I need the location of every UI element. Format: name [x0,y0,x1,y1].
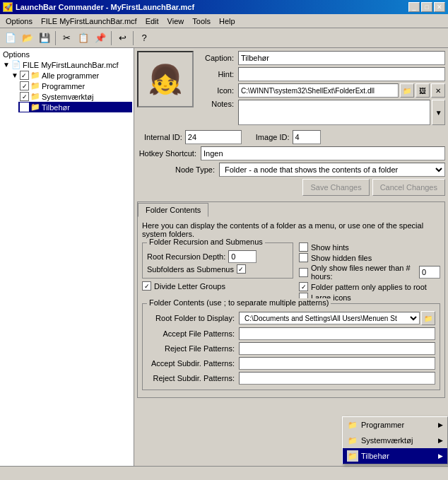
new-button[interactable]: 📄 [3,30,18,46]
show-hidden-checkbox[interactable] [299,253,308,262]
open-button[interactable]: 📂 [20,30,35,46]
root-recursion-label: Root Recursion Depth: [147,252,225,261]
icon-input[interactable] [238,83,399,98]
notes-scroll-btn[interactable]: ▼ [432,100,445,125]
icon-browse-btn-2[interactable]: 🖼 [415,83,430,98]
only-newer-row: Only show files newer than # hours: [299,264,440,281]
image-id-input[interactable] [293,130,321,144]
tab-header: Folder Contents [138,202,444,217]
properties-area: 👧 Caption: Hint: Icon: [134,48,448,201]
hotkey-input[interactable] [201,146,445,160]
accept-file-label: Accept File Patterns: [147,329,239,338]
only-newer-input[interactable] [419,266,440,279]
internal-id-input[interactable] [185,130,242,144]
recursion-group-title: Folder Recursion and Submenus [147,238,265,246]
caption-input[interactable] [238,51,445,65]
accept-subdir-label: Accept Subdir. Patterns: [147,359,239,368]
toolbar: 📄 📂 💾 ✂ 📋 📌 ↩ ? [0,28,448,48]
tab-folder-contents[interactable]: Folder Contents [138,203,208,217]
folder-pattern-label: Folder pattern only applies to root [311,283,427,291]
divide-label: Divide Letter Groups [154,282,225,291]
tree-item-tilbehor[interactable]: 📁 Tilbehør [18,102,132,112]
icon-field-label: Icon: [199,86,238,95]
accept-file-row: Accept File Patterns: [147,327,435,340]
copy-button[interactable]: 📋 [76,30,91,46]
tree-label-tilbehor: Tilbehør [42,103,70,112]
ctx-arrow-programmer: ▶ [438,421,443,428]
root-folder-browse[interactable]: 📁 [421,311,435,325]
icon-browse-btn-1[interactable]: 📁 [400,83,414,98]
reject-file-row: Reject File Patterns: [147,342,435,355]
checkbox-programmer[interactable] [20,81,29,90]
menu-tools[interactable]: Tools [188,16,215,27]
node-type-select[interactable]: Folder - a node that shows the contents … [219,163,445,177]
tree-item-systemvaerktoj[interactable]: 📁 Systemværktøj [18,91,132,102]
ctx-icon-tilbehor: 📁 [347,450,358,462]
reject-subdir-input[interactable] [239,372,435,385]
accept-subdir-input[interactable] [239,357,435,370]
divide-checkbox[interactable] [142,281,151,291]
paste-button[interactable]: 📌 [93,30,108,46]
ctx-icon-systemvaerktoj: 📁 [347,435,358,446]
only-newer-checkbox[interactable] [299,268,308,277]
cut-button[interactable]: ✂ [59,30,74,46]
menu-help[interactable]: Help [215,16,240,27]
subfolders-checkbox[interactable] [237,264,246,274]
root-recursion-input[interactable] [228,250,257,263]
menu-view[interactable]: View [163,16,189,27]
reject-subdir-wrap [239,372,435,385]
ctx-item-programmer[interactable]: 📁 Programmer ▶ [343,417,447,433]
show-hints-checkbox[interactable] [299,242,308,252]
toolbar-separator-3 [133,31,134,45]
undo-button[interactable]: ↩ [114,30,130,46]
avatar-icon: 👧 [148,63,183,96]
ctx-item-tilbehor[interactable]: 📁 Tilbehør ▶ [343,448,447,464]
show-hidden-label: Show hidden files [311,254,372,262]
checkbox-alle[interactable] [20,71,29,80]
save-toolbar-button[interactable]: 💾 [37,30,52,46]
checkbox-systemvaerktoj[interactable] [20,92,29,101]
folder-pattern-checkbox[interactable] [299,282,308,291]
folder-pattern-row: Folder pattern only applies to root [299,282,440,291]
hint-row: Hint: [199,67,445,81]
reject-file-wrap [239,342,435,355]
notes-input[interactable] [238,100,430,125]
help-button[interactable]: ? [136,30,152,46]
ctx-item-systemvaerktoj[interactable]: 📁 Systemværktøj ▶ [343,433,447,448]
tab-description: Here you can display the contents of a f… [142,221,440,238]
tree-label-alle: Alle programmer [42,71,99,80]
checkbox-tilbehor[interactable] [20,103,29,112]
minimize-button[interactable]: _ [408,2,420,12]
menu-file[interactable]: FILE MyFirstLaunchBar.mcf [37,16,141,27]
tree-item-options[interactable]: Options [1,49,132,59]
root-folder-select[interactable]: C:\Documents and Settings\All Users\Menu… [239,312,420,324]
close-button[interactable]: ✕ [434,2,445,12]
caption-label: Caption: [199,54,238,62]
app-icon: 🚀 [3,2,13,12]
accept-subdir-wrap [239,357,435,370]
hotkey-label: Hotkey Shortcut: [137,149,201,158]
accept-file-input[interactable] [239,327,435,340]
toolbar-separator-1 [55,31,56,45]
tab-content: Here you can display the contents of a f… [138,217,444,397]
ctx-arrow-systemvaerktoj: ▶ [438,437,443,444]
tree-item-alle-programmer[interactable]: ▼ 📁 Alle programmer [10,70,132,81]
tree-item-programmer[interactable]: 📁 Programmer [18,81,132,91]
accept-subdir-row: Accept Subdir. Patterns: [147,357,435,370]
reject-file-input[interactable] [239,342,435,355]
cancel-changes-button[interactable]: Cancel Changes [372,179,445,196]
save-changes-button[interactable]: Save Changes [302,179,369,196]
context-menu: 📁 Programmer ▶ 📁 Systemværktøj ▶ 📁 Tilbe… [342,416,448,464]
hint-input[interactable] [238,67,445,81]
window-controls: _ □ ✕ [408,2,445,12]
tree-item-file[interactable]: ▼ 📄 FILE MyFirstLaunchBar.mcf [1,59,132,70]
menu-options[interactable]: Options [1,16,37,27]
menu-edit[interactable]: Edit [141,16,163,27]
id-row: Internal ID: Image ID: [144,130,445,144]
tree-label-file: FILE MyFirstLaunchBar.mcf [23,61,119,69]
maximize-button[interactable]: □ [421,2,432,12]
icon-browse-btn-3[interactable]: ✕ [431,83,445,98]
node-type-row: Node Type: Folder - a node that shows th… [137,163,445,177]
expand-icon-alle: ▼ [11,71,18,79]
tree-panel: Options ▼ 📄 FILE MyFirstLaunchBar.mcf ▼ … [0,48,134,466]
